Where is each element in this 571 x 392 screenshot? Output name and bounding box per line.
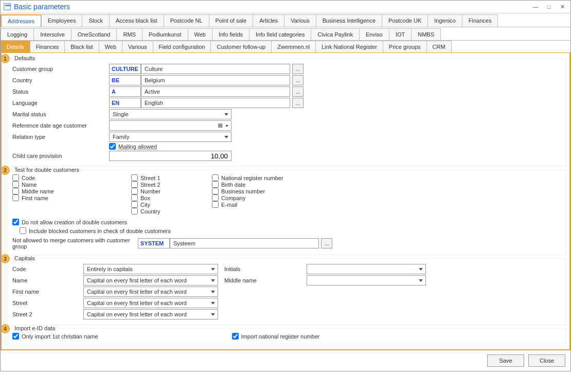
tab-employees[interactable]: Employees [41, 14, 82, 27]
chk-middle-name[interactable]: Middle name [12, 188, 54, 194]
subtab-crm[interactable]: CRM [426, 41, 452, 52]
subtab-price-groups[interactable]: Price groups [383, 41, 427, 52]
subtab-field-config[interactable]: Field configuration [153, 41, 211, 52]
doubles-legend: Test for double customers [12, 167, 81, 173]
customer-group-code[interactable]: CULTURE [109, 64, 141, 74]
tab-podiumkunst[interactable]: Podiumkunst [142, 28, 188, 40]
tab-articles[interactable]: Articles [253, 14, 284, 27]
merge-code[interactable]: SYSTEM [138, 238, 170, 248]
tab-logging[interactable]: Logging [1, 28, 34, 40]
chk-nat-register[interactable]: National register number [212, 174, 283, 181]
titlebar: Basic parameters — □ ✕ [1, 1, 570, 13]
merge-lookup[interactable]: ... [321, 238, 332, 248]
tab-nmbs[interactable]: NMBS [411, 28, 441, 40]
chk-only-1st-christian[interactable]: Only import 1st christian name [12, 333, 98, 340]
close-footer-button[interactable]: Close [528, 354, 565, 367]
subtab-finances[interactable]: Finances [30, 41, 65, 52]
tab-info-field-categories[interactable]: Info field categories [249, 28, 311, 40]
marital-select[interactable]: Single [109, 109, 231, 119]
tab-intersolve[interactable]: Intersolve [33, 28, 72, 40]
tab-postcode-uk[interactable]: Postcode UK [382, 14, 428, 27]
tab-onescotland[interactable]: OneScotland [71, 28, 117, 40]
subtab-various[interactable]: Various [122, 41, 153, 52]
doubles-col3: National register number Birth date Busi… [212, 174, 283, 215]
chk-import-nat-register[interactable]: Import national register number [232, 333, 320, 340]
chk-street2[interactable]: Street 2 [131, 181, 160, 188]
caps-name-label: Name [12, 277, 83, 283]
chk-box[interactable]: Box [131, 194, 160, 201]
chk-city[interactable]: City [131, 201, 160, 208]
tab-addresses[interactable]: Addresses [1, 14, 42, 27]
language-label: Language [12, 100, 109, 106]
save-button[interactable]: Save [487, 354, 524, 367]
chk-email[interactable]: E-mail [212, 201, 283, 208]
reltype-label: Relation type [12, 134, 109, 140]
status-lookup[interactable]: ... [292, 86, 304, 97]
tab-various[interactable]: Various [284, 14, 316, 27]
chk-company[interactable]: Company [212, 194, 283, 201]
chk-street1[interactable]: Street 1 [131, 174, 160, 181]
caps-middle-select[interactable] [307, 275, 426, 286]
chk-number[interactable]: Number [131, 188, 160, 194]
chk-business-number[interactable]: Business number [212, 188, 283, 194]
customer-group-label: Customer group [12, 66, 109, 72]
language-code[interactable]: EN [109, 98, 141, 108]
tab-bi[interactable]: Business Intelligence [316, 14, 382, 27]
tab-access-black-list[interactable]: Access black list [109, 14, 164, 27]
chk-country[interactable]: Country [131, 208, 160, 215]
tab-rms[interactable]: RMS [116, 28, 142, 40]
badge-2: 2 [1, 166, 10, 175]
caps-street2-select[interactable]: Capital on every first letter of each wo… [83, 309, 218, 319]
status-code[interactable]: A [109, 86, 141, 97]
subtab-details[interactable]: Details [1, 41, 30, 52]
mailing-allowed-check[interactable]: Mailing allowed [109, 143, 157, 150]
caps-fname-select[interactable]: Capital on every first letter of each wo… [83, 287, 218, 297]
tabstrip-row-1: Addresses Employees Stock Access black l… [1, 13, 570, 27]
tab-postcode-nl[interactable]: Postcode NL [164, 14, 209, 27]
chk-noallow-doubles[interactable]: Do not allow creation of double customer… [12, 219, 562, 225]
tab-enviso[interactable]: Enviso [359, 28, 389, 40]
app-icon [4, 3, 11, 10]
min-button[interactable]: — [530, 3, 541, 11]
mailing-allowed-input[interactable] [109, 143, 116, 150]
chk-first-name[interactable]: First name [12, 194, 54, 201]
chk-name[interactable]: Name [12, 181, 54, 188]
care-input[interactable] [109, 151, 231, 161]
tab-web[interactable]: Web [188, 28, 212, 40]
caps-street-select[interactable]: Capital on every first letter of each wo… [83, 298, 218, 308]
caps-name-select[interactable]: Capital on every first letter of each wo… [83, 275, 218, 286]
refdate-input[interactable] [109, 120, 231, 131]
marital-label: Marital status [12, 111, 109, 117]
country-code[interactable]: BE [109, 75, 141, 85]
tab-iot[interactable]: IOT [389, 28, 412, 40]
close-button[interactable]: ✕ [557, 3, 567, 11]
subtab-link-national[interactable]: Link National Register [315, 41, 383, 52]
doubles-col1: Code Name Middle name First name [12, 174, 54, 215]
tab-civica-paylink[interactable]: Civica Paylink [311, 28, 359, 40]
subtabs: Details Finances Black list Web Various … [1, 41, 570, 53]
subtab-cust-followup[interactable]: Customer follow-up [210, 41, 272, 52]
chk-birth-date[interactable]: Birth date [212, 181, 283, 188]
tab-ingenico[interactable]: Ingenico [427, 14, 462, 27]
max-button[interactable]: □ [544, 3, 554, 11]
refdate-label: Reference date age customer [12, 122, 109, 129]
chk-include-blocked[interactable]: Include blocked customers in check of do… [20, 227, 562, 234]
subtab-zwemmen[interactable]: Zwemmen.nl [271, 41, 316, 52]
badge-4: 4 [1, 324, 10, 333]
caps-street-label: Street [12, 300, 83, 306]
customer-group-lookup[interactable]: ... [292, 64, 304, 74]
caps-code-label: Code [12, 266, 83, 272]
tab-info-fields[interactable]: Info fields [212, 28, 249, 40]
country-lookup[interactable]: ... [292, 75, 304, 85]
language-lookup[interactable]: ... [292, 98, 304, 108]
language-text: English [141, 98, 290, 108]
tab-stock[interactable]: Stock [82, 14, 110, 27]
tab-finances[interactable]: Finances [462, 14, 498, 27]
tab-point-of-sale[interactable]: Point of sale [209, 14, 254, 27]
reltype-select[interactable]: Family [109, 132, 231, 142]
subtab-web[interactable]: Web [99, 41, 122, 52]
chk-code[interactable]: Code [12, 174, 54, 181]
caps-initials-select[interactable] [307, 264, 426, 274]
subtab-blacklist[interactable]: Black list [64, 41, 99, 52]
caps-code-select[interactable]: Entirely in capitals [83, 264, 218, 274]
